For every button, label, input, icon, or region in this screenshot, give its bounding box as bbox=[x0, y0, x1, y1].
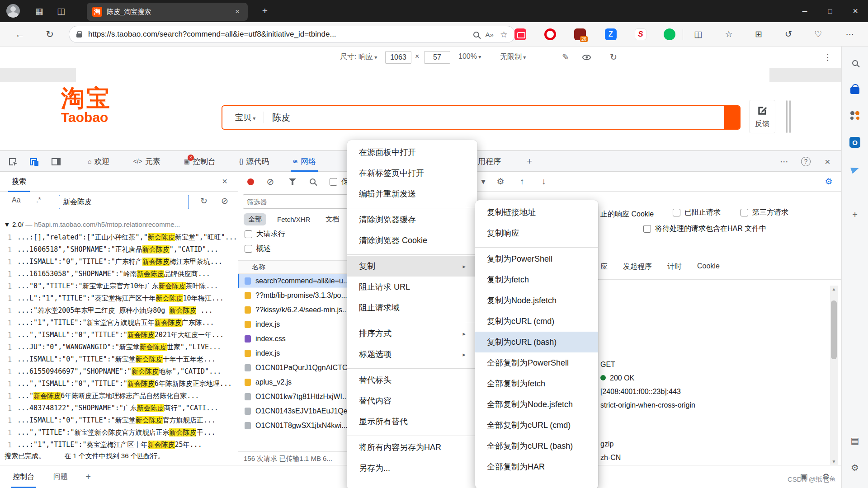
context-menu-item[interactable]: 复制 bbox=[347, 256, 477, 277]
details-scrollbar[interactable]: ▲ ▼ bbox=[830, 286, 838, 465]
har-pending-checkbox[interactable]: 将待处理的请求包含在HAR 文件中 bbox=[643, 224, 766, 234]
url-text[interactable]: https://s.taobao.com/search?commend=all&… bbox=[88, 30, 467, 39]
sidebar-outlook-icon[interactable] bbox=[849, 136, 861, 149]
request-detail-tab[interactable]: Cookie bbox=[697, 262, 720, 272]
scroll-down-icon[interactable]: ▼ bbox=[830, 459, 838, 464]
context-menu-item[interactable] bbox=[347, 251, 477, 256]
filter-funnel-icon[interactable] bbox=[289, 178, 296, 185]
back-icon[interactable] bbox=[14, 28, 26, 41]
zoom-icon[interactable] bbox=[473, 32, 479, 38]
devtools-tab[interactable]: 用程序 bbox=[473, 151, 503, 172]
devtools-add-tab-icon[interactable] bbox=[524, 155, 535, 167]
profile-avatar[interactable] bbox=[6, 4, 20, 18]
search-result-line[interactable]: 1 ...:"1","TITLE":"新宝堂官方旗舰店五年新会陈皮广东陈... bbox=[0, 317, 238, 329]
network-conditions-icon[interactable] bbox=[495, 176, 506, 188]
settings-more-icon[interactable] bbox=[844, 28, 856, 41]
throttling-dropdown[interactable]: 无限制 bbox=[500, 52, 526, 62]
inspect-icon[interactable] bbox=[7, 156, 18, 167]
search-result-line[interactable]: 1 ...","TITLE":"新宝堂新会陈皮官方旗舰店正宗新会陈皮干... bbox=[0, 427, 238, 439]
submenu-item[interactable]: 全部复制为HAR bbox=[475, 456, 598, 477]
context-menu-item[interactable] bbox=[347, 365, 477, 370]
submenu-item[interactable]: 复制为PowerShell bbox=[475, 249, 598, 269]
submenu-item[interactable] bbox=[475, 244, 598, 249]
search-result-line[interactable]: 1 ...61550946697","SHOPNAME":"新会陈皮地标","C… bbox=[0, 366, 238, 378]
collections-icon[interactable] bbox=[752, 28, 765, 41]
clear-network-icon[interactable] bbox=[264, 176, 276, 188]
devtools-close-icon[interactable] bbox=[822, 156, 833, 167]
submenu-item[interactable]: 复制链接地址 bbox=[475, 202, 598, 223]
devtools-tab[interactable]: ▣ 控制台 bbox=[182, 151, 217, 172]
filter-pill[interactable]: 全部 bbox=[244, 213, 266, 225]
favorite-star-icon[interactable] bbox=[500, 29, 508, 40]
checkbox-icon[interactable] bbox=[245, 230, 252, 238]
viewport-width-input[interactable] bbox=[385, 51, 411, 64]
extension-icon-green[interactable] bbox=[664, 28, 675, 40]
drawer-add-icon[interactable] bbox=[82, 471, 94, 483]
export-har-icon[interactable] bbox=[538, 176, 550, 188]
context-menu-item[interactable]: 阻止请求域 bbox=[347, 297, 477, 318]
search-query-text[interactable]: 陈皮 bbox=[272, 112, 290, 124]
devtools-tab[interactable]: ⌂ 欢迎 bbox=[86, 151, 111, 172]
context-menu-item[interactable]: 显示所有替代 bbox=[347, 411, 477, 432]
network-settings-gear-icon[interactable] bbox=[823, 176, 835, 188]
history-icon[interactable] bbox=[782, 28, 795, 41]
search-result-line[interactable]: 1 ...403748122","SHOPNAME":"广东新会陈皮商行","C… bbox=[0, 402, 238, 414]
dock-panel-icon[interactable] bbox=[51, 156, 61, 167]
context-menu-item[interactable] bbox=[347, 318, 477, 323]
sidebar-shopping-icon[interactable] bbox=[849, 83, 861, 95]
context-menu-item[interactable]: 阻止请求 URL bbox=[347, 277, 477, 297]
emu-more-icon[interactable] bbox=[822, 52, 834, 63]
blocked-requests-checkbox[interactable]: 已阻止请求 bbox=[673, 208, 721, 217]
submenu-item[interactable]: 全部复制为cURL (bash) bbox=[475, 436, 598, 456]
extension-icon-circles[interactable] bbox=[544, 28, 556, 40]
search-result-line[interactable]: 1 ...ISMALL":"0","TITLE":"新宝堂新会陈皮十年十五年老.… bbox=[0, 353, 238, 366]
refresh-search-icon[interactable] bbox=[198, 195, 210, 207]
devtools-more-icon[interactable] bbox=[778, 156, 790, 167]
devtools-help-icon[interactable] bbox=[801, 157, 811, 166]
clear-search-icon[interactable] bbox=[219, 195, 231, 207]
submenu-item[interactable]: 全部复制为fetch bbox=[475, 373, 598, 394]
search-result-line[interactable]: 1 ...","ISMALL":"0","TITLE":"新会陈皮6年陈新陈皮正… bbox=[0, 378, 238, 390]
context-menu-item[interactable]: 标题选项 bbox=[347, 344, 477, 365]
context-menu-item[interactable]: 替代标头 bbox=[347, 370, 477, 390]
submenu-item[interactable]: 复制为fetch bbox=[475, 269, 598, 290]
extension-icon-red[interactable] bbox=[514, 28, 526, 40]
sidebar-drop-icon[interactable] bbox=[849, 163, 861, 176]
submenu-item[interactable]: 全部复制为Node.jsfetch bbox=[475, 394, 598, 415]
network-filter-input[interactable] bbox=[243, 194, 348, 209]
devtools-tab[interactable]: ≋ 网络 bbox=[291, 151, 318, 172]
search-file-group[interactable]: ▼ 2.0/ — h5api.m.taobao.com/h5/mtop.rela… bbox=[4, 221, 236, 228]
essentials-icon[interactable] bbox=[812, 28, 825, 41]
search-result-line[interactable]: 1 ...:"若水堂2005年东甲二红皮 原种小油身80g 新会陈皮 ... bbox=[0, 305, 238, 317]
context-menu-item[interactable]: 在新标签页中打开 bbox=[347, 163, 477, 183]
new-tab-button[interactable] bbox=[259, 5, 271, 17]
search-result-line[interactable]: 1 ...:[],"related":["正山小种红茶","新会陈皮新宝堂","… bbox=[0, 231, 238, 244]
search-result-line[interactable]: 1 ...ISMALL":"0","TITLE":"广东特产新会陈皮梅江东甲茶坑… bbox=[0, 256, 238, 268]
filter-pill[interactable]: Fetch/XHR bbox=[273, 214, 315, 225]
checkbox-icon[interactable] bbox=[643, 225, 651, 233]
stylus-icon[interactable] bbox=[560, 52, 571, 63]
request-detail-tab[interactable]: 计时 bbox=[667, 262, 682, 272]
taobao-search-bar[interactable]: 宝贝 陈皮 bbox=[222, 105, 741, 130]
checkbox-icon[interactable] bbox=[673, 209, 680, 216]
submenu-item[interactable]: 全部复制为cURL (cmd) bbox=[475, 415, 598, 436]
split-screen-icon[interactable] bbox=[692, 28, 704, 41]
submenu-item[interactable]: 复制响应 bbox=[475, 223, 598, 244]
big-rows-checkbox[interactable]: 大请求行 bbox=[245, 230, 285, 239]
sidebar-search-icon[interactable] bbox=[849, 56, 861, 69]
minimize-button[interactable] bbox=[792, 0, 817, 22]
context-menu-item[interactable]: 将所有内容另存为HAR bbox=[347, 437, 477, 458]
search-result-line[interactable]: 1 ...ISMALL":"0","TITLE":"新宝堂新会陈皮官方旗舰店正.… bbox=[0, 414, 238, 427]
submenu-item[interactable]: 复制为Node.jsfetch bbox=[475, 290, 598, 311]
regex-toggle[interactable]: .* bbox=[36, 196, 41, 204]
chevron-down-icon[interactable] bbox=[477, 176, 489, 188]
scroll-up-icon[interactable]: ▲ bbox=[830, 286, 838, 291]
workspaces-icon[interactable] bbox=[33, 5, 45, 17]
record-icon[interactable] bbox=[247, 178, 254, 185]
taobao-logo[interactable]: 淘宝 Taobao bbox=[61, 86, 112, 124]
page-scrollbar[interactable] bbox=[785, 100, 792, 133]
filter-pill[interactable]: 文档 bbox=[321, 213, 344, 225]
checkbox-icon[interactable] bbox=[330, 178, 337, 186]
request-detail-tab[interactable]: 应 bbox=[600, 262, 608, 272]
overview-checkbox[interactable]: 概述 bbox=[245, 244, 271, 253]
